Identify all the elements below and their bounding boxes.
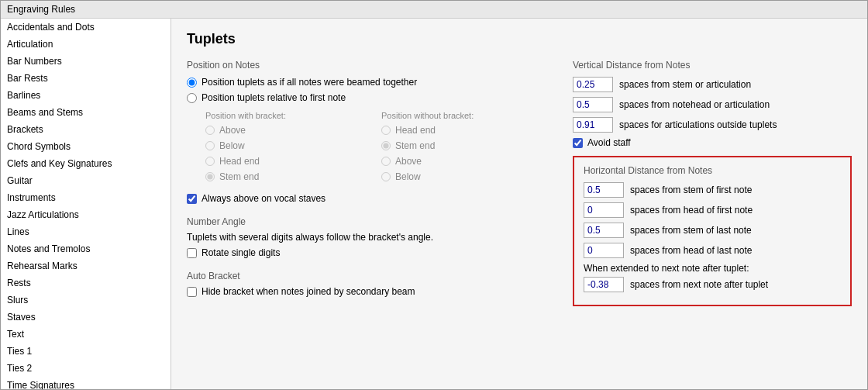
without-bracket-col: Position without bracket: Head end Stem …	[381, 111, 542, 187]
page-title: Tuplets	[187, 31, 852, 47]
right-column: Vertical Distance from Notes spaces from…	[573, 60, 852, 306]
sidebar-item-rehearsal-marks[interactable]: Rehearsal Marks	[1, 257, 170, 274]
vertical-row-1: spaces from stem or articulation	[573, 77, 852, 92]
horizontal-label-4: spaces from head of last note	[630, 245, 752, 256]
sidebar-item-text[interactable]: Text	[1, 326, 170, 343]
sidebar-item-ties-2[interactable]: Ties 2	[1, 360, 170, 377]
auto-bracket-title: Auto Bracket	[187, 271, 542, 281]
vertical-row-3: spaces for articulations outside tuplets	[573, 117, 852, 133]
horizontal-label-2: spaces from head of first note	[630, 205, 753, 216]
with-bracket-stem-end-label: Stem end	[219, 171, 259, 182]
horizontal-row-3: spaces from stem of last note	[584, 223, 841, 238]
sidebar-item-guitar[interactable]: Guitar	[1, 172, 170, 189]
sidebar-item-lines[interactable]: Lines	[1, 223, 170, 240]
without-bracket-below: Below	[381, 171, 542, 182]
horizontal-row-1: spaces from stem of first note	[584, 182, 841, 198]
vertical-label-1: spaces from stem or articulation	[619, 79, 751, 90]
sidebar-item-clefs-and-key-signatures[interactable]: Clefs and Key Signatures	[1, 155, 170, 172]
without-bracket-below-radio[interactable]	[381, 172, 391, 181]
sidebar-item-staves[interactable]: Staves	[1, 309, 170, 326]
hide-bracket-checkbox[interactable]	[187, 287, 197, 297]
number-angle-section: Number Angle Tuplets with several digits…	[187, 216, 542, 258]
sidebar: Accidentals and DotsArticulationBar Numb…	[1, 19, 171, 389]
sidebar-item-brackets[interactable]: Brackets	[1, 121, 170, 138]
horizontal-label-3: spaces from stem of last note	[630, 225, 752, 236]
position-on-notes-title: Position on Notes	[187, 60, 542, 71]
vertical-label-2: spaces from notehead or articulation	[619, 99, 770, 110]
with-bracket-head-end-radio[interactable]	[205, 157, 215, 166]
position-option1-radio[interactable]	[187, 78, 197, 88]
avoid-staff-label: Avoid staff	[587, 137, 631, 148]
without-bracket-head-end-radio[interactable]	[381, 126, 391, 135]
without-bracket-stem-end-radio[interactable]	[381, 141, 391, 150]
vertical-input-1[interactable]	[573, 77, 613, 92]
horizontal-input-4[interactable]	[584, 243, 624, 258]
sidebar-item-beams-and-stems[interactable]: Beams and Stems	[1, 104, 170, 121]
horizontal-row-4: spaces from head of last note	[584, 243, 841, 258]
when-extended-label: When extended to next note after tuplet:	[584, 263, 841, 274]
with-bracket-head-end-label: Head end	[219, 156, 260, 167]
position-option1-row: Position tuplets as if all notes were be…	[187, 77, 542, 88]
window-title: Engraving Rules	[7, 4, 75, 15]
sidebar-item-chord-symbols[interactable]: Chord Symbols	[1, 138, 170, 155]
position-radio-group: Position tuplets as if all notes were be…	[187, 77, 542, 103]
with-bracket-stem-end-radio[interactable]	[205, 172, 215, 181]
with-bracket-above-radio[interactable]	[205, 126, 215, 135]
vertical-row-2: spaces from notehead or articulation	[573, 97, 852, 112]
sidebar-item-bar-rests[interactable]: Bar Rests	[1, 70, 170, 87]
vertical-distance-title: Vertical Distance from Notes	[573, 60, 852, 71]
with-bracket-below-radio[interactable]	[205, 141, 215, 150]
rotate-single-label: Rotate single digits	[202, 247, 280, 258]
horizontal-input-2[interactable]	[584, 202, 624, 218]
always-above-label: Always above on vocal staves	[202, 193, 326, 204]
sidebar-item-bar-numbers[interactable]: Bar Numbers	[1, 53, 170, 70]
with-bracket-below-label: Below	[219, 140, 245, 151]
with-bracket-col: Position with bracket: Above Below	[205, 111, 366, 187]
horizontal-distance-title: Horizontal Distance from Notes	[584, 165, 841, 176]
horizontal-extended-input[interactable]	[584, 277, 624, 292]
horizontal-input-3[interactable]	[584, 223, 624, 238]
without-bracket-above: Above	[381, 156, 542, 167]
position-option2-row: Position tuplets relative to first note	[187, 92, 542, 103]
sidebar-item-barlines[interactable]: Barlines	[1, 87, 170, 104]
horizontal-extended-row: spaces from next note after tuplet	[584, 277, 841, 292]
vertical-input-3[interactable]	[573, 117, 613, 133]
position-option1-label: Position tuplets as if all notes were be…	[202, 77, 417, 88]
number-angle-description: Tuplets with several digits always follo…	[187, 232, 542, 243]
with-bracket-below: Below	[205, 140, 366, 151]
hide-bracket-label: Hide bracket when notes joined by second…	[202, 286, 415, 297]
sidebar-item-notes-and-tremolos[interactable]: Notes and Tremolos	[1, 240, 170, 257]
without-bracket-head-end: Head end	[381, 125, 542, 136]
always-above-checkbox[interactable]	[187, 194, 197, 204]
without-bracket-above-radio[interactable]	[381, 157, 391, 166]
horizontal-row-2: spaces from head of first note	[584, 202, 841, 218]
horizontal-label-1: spaces from stem of first note	[630, 185, 752, 195]
vertical-input-2[interactable]	[573, 97, 613, 112]
sidebar-item-ties-1[interactable]: Ties 1	[1, 343, 170, 360]
number-angle-title: Number Angle	[187, 216, 542, 227]
vertical-label-3: spaces for articulations outside tuplets	[619, 119, 777, 130]
two-column-layout: Position on Notes Position tuplets as if…	[187, 60, 852, 306]
sidebar-item-rests[interactable]: Rests	[1, 274, 170, 292]
title-bar: Engraving Rules	[1, 1, 867, 19]
without-bracket-stem-end-label: Stem end	[395, 140, 435, 151]
sidebar-item-articulation[interactable]: Articulation	[1, 36, 170, 53]
with-bracket-head-end: Head end	[205, 156, 366, 167]
with-bracket-above: Above	[205, 125, 366, 136]
avoid-staff-checkbox[interactable]	[573, 138, 583, 148]
rotate-single-checkbox[interactable]	[187, 248, 197, 258]
position-option2-radio[interactable]	[187, 93, 197, 103]
horizontal-input-1[interactable]	[584, 182, 624, 198]
with-bracket-stem-end: Stem end	[205, 171, 366, 182]
without-bracket-head-end-label: Head end	[395, 125, 436, 136]
without-bracket-below-label: Below	[395, 171, 421, 182]
horizontal-distance-box: Horizontal Distance from Notes spaces fr…	[573, 156, 852, 306]
with-bracket-title: Position with bracket:	[205, 111, 366, 120]
sidebar-item-instruments[interactable]: Instruments	[1, 189, 170, 206]
sidebar-item-time-signatures[interactable]: Time Signatures	[1, 377, 170, 389]
rotate-single-row: Rotate single digits	[187, 247, 542, 258]
sidebar-item-jazz-articulations[interactable]: Jazz Articulations	[1, 206, 170, 223]
main-panel: Tuplets Position on Notes Position tuple…	[171, 19, 867, 389]
sidebar-item-accidentals-and-dots[interactable]: Accidentals and Dots	[1, 19, 170, 36]
sidebar-item-slurs[interactable]: Slurs	[1, 292, 170, 309]
